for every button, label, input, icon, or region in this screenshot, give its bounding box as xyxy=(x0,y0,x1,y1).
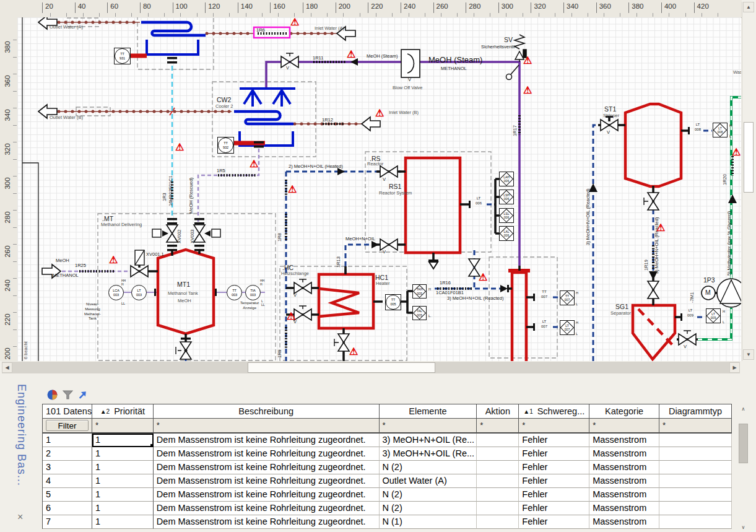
table-cell[interactable]: 1 xyxy=(92,461,154,474)
instrument-lca-003[interactable]: LCA003 xyxy=(108,285,124,300)
table-cell[interactable]: Dem Massenstrom ist keine Rohrleitung zu… xyxy=(154,488,380,502)
scroll-down-button[interactable]: ▼ xyxy=(743,349,754,360)
instrument-tah-005[interactable]: TAH005 xyxy=(412,284,427,299)
column-header-schwereg-[interactable]: ▲1Schwereg... xyxy=(519,404,589,419)
table-cell[interactable] xyxy=(659,502,732,515)
table-scroll-down-button[interactable]: ∨ xyxy=(737,522,749,532)
instrument-tt-005[interactable]: TT005 xyxy=(386,295,401,310)
table-row[interactable]: 31Dem Massenstrom ist keine Rohrleitung … xyxy=(43,461,732,474)
table-cell[interactable]: 2 xyxy=(43,447,92,461)
instrument-lsl-006[interactable]: LSL006 xyxy=(499,208,514,223)
table-cell[interactable]: Dem Massenstrom ist keine Rohrleitung zu… xyxy=(154,515,380,529)
table-cell[interactable]: 6 xyxy=(43,502,92,515)
table-cell[interactable]: 5 xyxy=(43,488,92,502)
instrument-lt-008[interactable]: LT008 xyxy=(713,123,728,137)
filter-cell[interactable]: * xyxy=(92,419,154,434)
table-cell[interactable] xyxy=(477,434,519,447)
diagram-canvas[interactable]: Cooler 1Outlet Water (A)1R6Inlet Water (… xyxy=(17,17,741,361)
blow-off-valve[interactable] xyxy=(401,50,420,77)
table-vertical-scrollbar[interactable]: ∧ ∨ xyxy=(737,404,750,532)
vertical-scroll-thumb[interactable] xyxy=(744,122,754,193)
filter-cell[interactable]: * xyxy=(659,419,732,434)
instrument-tt-932[interactable]: TT932 xyxy=(218,137,233,153)
table-row[interactable]: 21Dem Massenstrom ist keine Rohrleitung … xyxy=(43,447,732,461)
table-cell[interactable] xyxy=(659,447,732,461)
table-scroll-thumb[interactable] xyxy=(739,424,748,463)
instrument-tt-931[interactable]: TT931 xyxy=(115,48,130,64)
table-cell[interactable] xyxy=(477,515,519,529)
equipment[interactable] xyxy=(128,56,681,361)
horizontal-scroll-thumb[interactable] xyxy=(248,362,435,373)
table-cell[interactable]: 3) MeOH+N+OIL (Re... xyxy=(380,434,477,447)
column-header-aktion[interactable]: Aktion xyxy=(477,404,519,419)
instrument-tia-003[interactable]: TIA003 xyxy=(245,285,261,300)
table-cell[interactable]: Fehler xyxy=(519,447,589,461)
table-cell[interactable]: 1 xyxy=(92,502,154,515)
table-cell[interactable]: N (1) xyxy=(380,515,477,529)
close-icon[interactable]: × xyxy=(17,512,23,522)
table-cell[interactable] xyxy=(659,515,732,529)
table-cell[interactable]: Dem Massenstrom ist keine Rohrleitung zu… xyxy=(154,502,380,515)
table-cell[interactable]: N (2) xyxy=(380,461,477,474)
table-cell[interactable]: Fehler xyxy=(519,515,589,529)
filter-button-cell[interactable]: Filter xyxy=(43,419,92,434)
table-cell[interactable]: Massenstrom xyxy=(589,447,659,461)
column-header-elemente[interactable]: Elemente xyxy=(380,404,477,419)
diagram-horizontal-scrollbar[interactable]: ◀ ▶ xyxy=(2,362,740,373)
column-header-beschreibung[interactable]: Beschreibung xyxy=(154,404,380,419)
globe-icon[interactable] xyxy=(47,390,58,400)
instrument-lal-006[interactable]: LAL006 xyxy=(499,226,514,241)
filter-cell[interactable]: * xyxy=(380,419,477,434)
table-cell[interactable]: N (2) xyxy=(380,488,477,502)
instrument-tt-007[interactable]: TT007 xyxy=(560,290,575,305)
filter-icon[interactable] xyxy=(63,390,73,400)
table-cell[interactable]: Massenstrom xyxy=(589,461,659,474)
table-cell[interactable] xyxy=(659,488,732,502)
table-cell[interactable]: Dem Massenstrom ist keine Rohrleitung zu… xyxy=(154,461,380,474)
table-cell[interactable]: N (2) xyxy=(380,502,477,515)
table-scroll-up-button[interactable]: ∧ xyxy=(737,404,749,414)
table-cell[interactable]: Fehler xyxy=(519,434,589,447)
table-cell[interactable]: 1 xyxy=(92,515,154,529)
table-cell[interactable]: 1 xyxy=(92,474,154,488)
table-cell[interactable]: Dem Massenstrom ist keine Rohrleitung zu… xyxy=(154,434,380,447)
instrument-tal-005[interactable]: TAL005 xyxy=(412,306,427,320)
instrument-lt-003[interactable]: LT003 xyxy=(131,285,147,300)
table-row[interactable]: 41Dem Massenstrom ist keine Rohrleitung … xyxy=(43,474,732,488)
jump-arrow-icon[interactable] xyxy=(77,390,88,400)
table-cell[interactable]: 3) MeOH+N+OIL (Re... xyxy=(380,447,477,461)
instrument-tt-003[interactable]: TT003 xyxy=(227,285,242,300)
table-cell[interactable] xyxy=(659,434,732,447)
table-row[interactable]: 61Dem Massenstrom ist keine Rohrleitung … xyxy=(43,502,732,515)
table-cell[interactable]: Massenstrom xyxy=(589,515,659,529)
filter-cell[interactable]: * xyxy=(589,419,659,434)
table-cell[interactable]: Fehler xyxy=(519,474,589,488)
column-header-diagrammtyp[interactable]: Diagrammtyp xyxy=(659,404,732,419)
column-header-101-datens[interactable]: 101 Datens xyxy=(43,404,92,419)
table-row[interactable]: 11Dem Massenstrom ist keine Rohrleitung … xyxy=(43,434,732,447)
table-cell[interactable]: Massenstrom xyxy=(589,488,659,502)
filter-cell[interactable]: * xyxy=(519,419,589,434)
scroll-right-button[interactable]: ▶ xyxy=(729,362,740,373)
table-cell[interactable] xyxy=(477,474,519,488)
table-cell[interactable]: Fehler xyxy=(519,461,589,474)
filter-cell[interactable]: * xyxy=(154,419,380,434)
table-cell[interactable]: Dem Massenstrom ist keine Rohrleitung zu… xyxy=(154,474,380,488)
diagram-vertical-scrollbar[interactable]: ▲ ▼ xyxy=(742,2,755,361)
instrument-lt-009[interactable]: LT009 xyxy=(706,308,721,323)
column-header-kategorie[interactable]: Kategorie xyxy=(589,404,659,419)
instrument-lah-006[interactable]: LAH006 xyxy=(499,172,514,186)
table-cell[interactable]: 1 xyxy=(92,434,154,447)
table-cell[interactable]: 7 xyxy=(43,515,92,529)
table-cell[interactable]: Fehler xyxy=(519,488,589,502)
instrument-lt-007[interactable]: LT007 xyxy=(560,320,575,335)
table-cell[interactable] xyxy=(477,488,519,502)
table-cell[interactable]: Outlet Water (A) xyxy=(380,474,477,488)
table-cell[interactable]: Massenstrom xyxy=(589,502,659,515)
filter-button[interactable]: Filter xyxy=(46,420,89,431)
table-cell[interactable]: Fehler xyxy=(519,502,589,515)
table-cell[interactable]: Massenstrom xyxy=(589,434,659,447)
panel-tab-engineering-base[interactable]: Engineering Bas... xyxy=(15,384,28,486)
table-cell[interactable]: 4 xyxy=(43,474,92,488)
table-cell[interactable] xyxy=(477,447,519,461)
